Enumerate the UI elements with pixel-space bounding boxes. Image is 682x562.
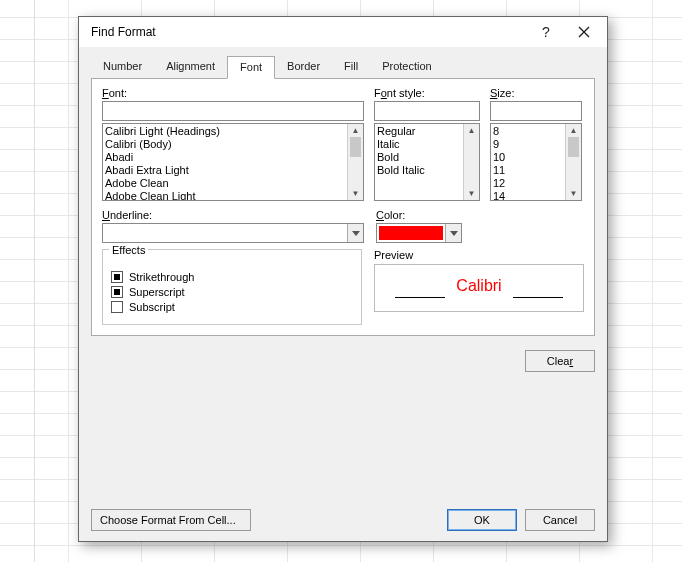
dialog-title: Find Format <box>91 25 527 39</box>
checkbox-icon <box>111 286 123 298</box>
font-style-list-item[interactable]: Bold Italic <box>377 164 461 177</box>
font-list-item[interactable]: Abadi Extra Light <box>105 164 345 177</box>
superscript-checkbox[interactable]: Superscript <box>111 286 353 298</box>
tab-border[interactable]: Border <box>275 56 332 79</box>
font-list-item[interactable]: Adobe Clean Light <box>105 190 345 200</box>
font-label: Font: <box>102 87 364 99</box>
chevron-down-icon <box>352 231 360 236</box>
tab-font[interactable]: Font <box>227 56 275 79</box>
preview-text: Calibri <box>456 277 501 295</box>
scroll-down-icon[interactable]: ▼ <box>348 187 363 200</box>
size-list-item[interactable]: 10 <box>493 151 563 164</box>
size-list-item[interactable]: 8 <box>493 125 563 138</box>
strikethrough-label: Strikethrough <box>129 271 194 283</box>
scroll-down-icon[interactable]: ▼ <box>464 187 479 200</box>
color-swatch <box>379 226 443 240</box>
superscript-label: Superscript <box>129 286 185 298</box>
size-list-item[interactable]: 11 <box>493 164 563 177</box>
style-list-scrollbar[interactable]: ▲ ▼ <box>463 124 479 200</box>
tab-number[interactable]: Number <box>91 56 154 79</box>
scroll-thumb[interactable] <box>350 137 361 157</box>
font-list-item[interactable]: Calibri (Body) <box>105 138 345 151</box>
font-style-textbox[interactable] <box>374 101 480 121</box>
scroll-thumb[interactable] <box>568 137 579 157</box>
help-button[interactable]: ? <box>527 18 565 46</box>
preview-group: Preview Calibri <box>374 249 584 325</box>
color-dropdown-button[interactable] <box>445 224 461 242</box>
preview-box: Calibri <box>374 264 584 312</box>
color-combo[interactable] <box>376 223 462 243</box>
close-icon <box>578 26 590 38</box>
font-panel: Font: Calibri Light (Headings) Calibri (… <box>91 78 595 336</box>
scroll-up-icon[interactable]: ▲ <box>566 124 581 137</box>
color-label: Color: <box>376 209 462 221</box>
font-style-list-item[interactable]: Bold <box>377 151 461 164</box>
checkbox-icon <box>111 271 123 283</box>
scroll-up-icon[interactable]: ▲ <box>464 124 479 137</box>
strikethrough-checkbox[interactable]: Strikethrough <box>111 271 353 283</box>
find-format-dialog: Find Format ? Number Alignment Font Bord… <box>78 16 608 542</box>
scroll-down-icon[interactable]: ▼ <box>566 187 581 200</box>
effects-legend: Effects <box>109 244 148 256</box>
cancel-button[interactable]: Cancel <box>525 509 595 531</box>
effects-group: Effects Strikethrough Superscript Subscr… <box>102 249 362 325</box>
font-list-item[interactable]: Calibri Light (Headings) <box>105 125 345 138</box>
size-list-item[interactable]: 12 <box>493 177 563 190</box>
size-list-item[interactable]: 9 <box>493 138 563 151</box>
font-style-list[interactable]: Regular Italic Bold Bold Italic ▲ ▼ <box>374 123 480 201</box>
titlebar: Find Format ? <box>79 17 607 47</box>
size-label: Size: <box>490 87 582 99</box>
size-list-item[interactable]: 14 <box>493 190 563 200</box>
tab-protection[interactable]: Protection <box>370 56 444 79</box>
dialog-button-row: Choose Format From Cell... OK Cancel <box>79 501 607 541</box>
underline-dropdown-button[interactable] <box>347 224 363 242</box>
chevron-down-icon <box>450 231 458 236</box>
font-style-list-item[interactable]: Italic <box>377 138 461 151</box>
checkbox-icon <box>111 301 123 313</box>
font-list-item[interactable]: Abadi <box>105 151 345 164</box>
scroll-up-icon[interactable]: ▲ <box>348 124 363 137</box>
font-list-scrollbar[interactable]: ▲ ▼ <box>347 124 363 200</box>
underline-combo[interactable] <box>102 223 364 243</box>
underline-label: Underline: <box>102 209 364 221</box>
choose-format-from-cell-button[interactable]: Choose Format From Cell... <box>91 509 251 531</box>
preview-label: Preview <box>374 249 584 261</box>
preview-baseline <box>513 297 563 298</box>
preview-baseline <box>395 297 445 298</box>
tab-fill[interactable]: Fill <box>332 56 370 79</box>
font-textbox[interactable] <box>102 101 364 121</box>
font-list-item[interactable]: Adobe Clean <box>105 177 345 190</box>
size-list[interactable]: 8 9 10 11 12 14 ▲ ▼ <box>490 123 582 201</box>
size-textbox[interactable] <box>490 101 582 121</box>
close-button[interactable] <box>565 18 603 46</box>
subscript-label: Subscript <box>129 301 175 313</box>
font-style-list-item[interactable]: Regular <box>377 125 461 138</box>
font-style-label: Font style: <box>374 87 480 99</box>
tab-strip: Number Alignment Font Border Fill Protec… <box>79 47 607 78</box>
subscript-checkbox[interactable]: Subscript <box>111 301 353 313</box>
size-list-scrollbar[interactable]: ▲ ▼ <box>565 124 581 200</box>
underline-value <box>103 224 347 242</box>
tab-alignment[interactable]: Alignment <box>154 56 227 79</box>
ok-button[interactable]: OK <box>447 509 517 531</box>
clear-button[interactable]: Clear <box>525 350 595 372</box>
font-list[interactable]: Calibri Light (Headings) Calibri (Body) … <box>102 123 364 201</box>
